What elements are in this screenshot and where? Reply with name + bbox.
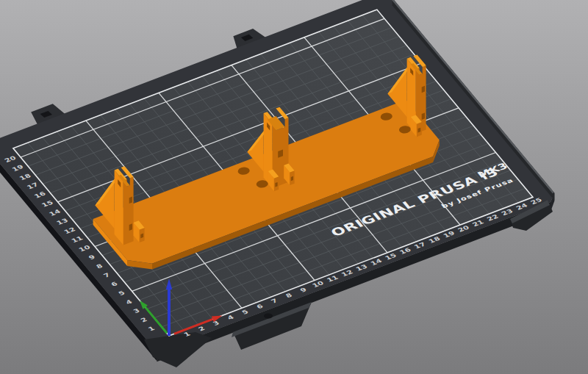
- model-tower-front-face: [123, 177, 134, 245]
- model-tower-slot: [129, 197, 132, 204]
- scene-svg[interactable]: 1234567891011121314151617181920212223242…: [0, 0, 588, 374]
- bed-foot-hole: [264, 314, 273, 319]
- slicer-3d-viewport[interactable]: 1234567891011121314151617181920212223242…: [0, 0, 588, 374]
